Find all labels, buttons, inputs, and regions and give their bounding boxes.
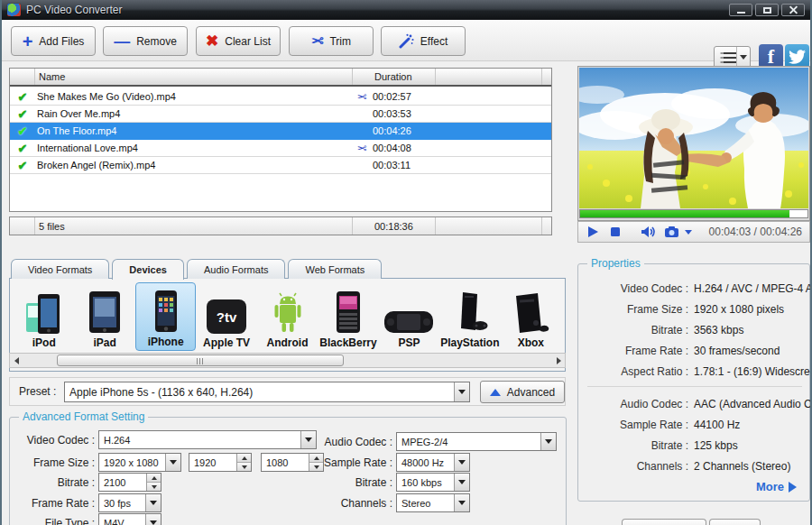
device-item-ipod[interactable]: iPod xyxy=(14,282,74,351)
spin-up-icon[interactable] xyxy=(237,454,251,463)
prop-value: 1.78:1 - (16:9) Widescreen xyxy=(694,365,812,378)
chevron-down-icon[interactable] xyxy=(145,494,161,511)
file-row[interactable]: ✔ Broken Angel (Remix).mp4 00:03:11 xyxy=(10,157,551,174)
arrow-up-icon xyxy=(490,389,501,396)
scroll-right-icon[interactable] xyxy=(552,354,565,367)
bottom-cut-button[interactable] xyxy=(622,519,706,525)
iphone-icon xyxy=(154,286,178,333)
bottom-cut-button[interactable] xyxy=(709,519,761,525)
advanced-button[interactable]: Advanced xyxy=(480,381,565,403)
frame-size-select[interactable]: 1920 x 1080 xyxy=(98,453,181,472)
seek-bar[interactable] xyxy=(579,209,808,218)
chevron-down-icon[interactable] xyxy=(454,382,469,401)
prop-value: 44100 Hz xyxy=(694,419,807,431)
audio-codec-select[interactable]: MPEG-2/4 xyxy=(396,432,557,451)
xbox-icon xyxy=(511,287,550,334)
channels-select[interactable]: Stereo xyxy=(396,493,470,512)
chevron-down-icon[interactable] xyxy=(540,433,556,450)
frame-rate-label: Frame Rate : xyxy=(17,497,95,510)
spin-down-icon[interactable] xyxy=(147,483,161,491)
chevron-down-icon[interactable] xyxy=(454,474,469,491)
minimize-button[interactable] xyxy=(729,4,752,16)
device-item-apple-tv[interactable]: ?tv Apple TV xyxy=(196,282,256,351)
file-name: Rain Over Me.mp4 xyxy=(35,108,353,119)
properties-title: Properties xyxy=(587,257,644,270)
device-item-android[interactable]: Android xyxy=(257,282,318,351)
file-duration: 00:03:53 xyxy=(371,108,411,119)
clear-list-button[interactable]: ✖ Clear List xyxy=(196,26,281,56)
list-view-icon xyxy=(715,47,737,68)
facebook-button[interactable]: f xyxy=(759,44,783,69)
device-item-iphone-selected[interactable]: iPhone xyxy=(135,282,197,351)
frame-rate-select[interactable]: 30 fps xyxy=(98,493,161,512)
stop-button[interactable] xyxy=(610,226,621,237)
file-type-select[interactable]: M4V xyxy=(98,513,161,525)
tab-web-formats[interactable]: Web Formats xyxy=(288,259,382,279)
title-bar[interactable]: PC Video Converter xyxy=(2,0,810,20)
remove-button[interactable]: — Remove xyxy=(103,26,188,56)
play-button[interactable] xyxy=(586,226,599,238)
more-link[interactable]: More xyxy=(756,480,797,493)
file-row[interactable]: ✔ International Love.mp4 ✂ 00:04:08 xyxy=(10,140,551,157)
twitter-button[interactable] xyxy=(785,44,809,69)
trim-button[interactable]: ✂ Trim xyxy=(289,26,374,56)
arrow-right-icon xyxy=(789,482,797,493)
minimize-icon xyxy=(737,12,745,14)
chevron-down-icon[interactable] xyxy=(300,431,316,448)
effect-button[interactable]: Effect xyxy=(381,26,466,56)
close-button[interactable] xyxy=(781,4,805,16)
file-row-selected[interactable]: ✔ On The Floor.mp4 00:04:26 xyxy=(10,123,551,140)
seek-progress xyxy=(580,210,789,217)
tab-video-formats[interactable]: Video Formats xyxy=(11,259,109,279)
prop-value: H.264 / AVC / MPEG-4 AVC / xyxy=(694,282,812,295)
advanced-label: Advanced xyxy=(507,386,555,399)
sample-rate-label: Sample Rate : xyxy=(317,456,392,469)
plus-icon: + xyxy=(23,35,33,48)
chevron-down-icon[interactable] xyxy=(454,454,469,471)
tab-audio-formats[interactable]: Audio Formats xyxy=(187,259,286,279)
snapshot-menu-icon[interactable] xyxy=(685,230,692,235)
playback-controls: 00:04:03 / 00:04:26 xyxy=(577,221,810,243)
maximize-button[interactable] xyxy=(755,4,779,16)
chevron-down-icon[interactable] xyxy=(145,514,161,525)
device-item-psp[interactable]: PSP xyxy=(379,282,439,351)
device-item-xbox[interactable]: Xbox xyxy=(501,282,561,351)
bitrate-label: Bitrate : xyxy=(17,476,95,489)
spin-down-icon[interactable] xyxy=(237,463,251,471)
add-files-button[interactable]: + Add Files xyxy=(11,26,96,56)
spin-up-icon[interactable] xyxy=(147,474,161,483)
scrollbar-thumb[interactable] xyxy=(57,355,344,366)
file-name: She Makes Me Go (Video).mp4 xyxy=(35,91,353,102)
device-item-playstation[interactable]: PlayStation xyxy=(439,282,500,351)
frame-height-stepper[interactable]: 1080 xyxy=(261,453,324,472)
video-preview[interactable] xyxy=(577,66,810,221)
audio-bitrate-select[interactable]: 160 kbps xyxy=(396,473,470,492)
preset-select[interactable]: Apple iPhone 5s - (1136 x 640, H.264) xyxy=(64,382,470,402)
red-x-icon: ✖ xyxy=(206,32,218,51)
device-item-blackberry[interactable]: BlackBerry xyxy=(318,282,378,351)
prop-label: Bitrate : xyxy=(582,324,688,336)
frame-width-stepper[interactable]: 1920 xyxy=(189,453,252,472)
tab-devices[interactable]: Devices xyxy=(112,259,184,280)
file-count: 5 files xyxy=(39,221,65,232)
ipod-icon xyxy=(24,287,64,334)
chevron-down-icon[interactable] xyxy=(454,494,469,511)
file-row[interactable]: ✔ Rain Over Me.mp4 00:03:53 xyxy=(10,106,551,123)
device-item-ipad[interactable]: iPad xyxy=(74,282,134,351)
device-scrollbar[interactable] xyxy=(9,353,566,368)
trim-scissors-icon: ✂ xyxy=(353,90,371,104)
chevron-down-icon[interactable] xyxy=(165,454,180,471)
file-list-footer: 5 files 00:18:36 xyxy=(9,216,552,235)
advanced-group-title: Advanced Format Setting xyxy=(19,410,148,423)
bitrate-stepper[interactable]: 2100 xyxy=(98,473,161,492)
prop-value: 1920 x 1080 pixels xyxy=(694,303,807,316)
file-row[interactable]: ✔ She Makes Me Go (Video).mp4 ✂ 00:02:57 xyxy=(10,88,551,106)
audio-codec-label: Audio Codec : xyxy=(317,436,392,448)
video-codec-select[interactable]: H.264 xyxy=(98,430,317,449)
sample-rate-select[interactable]: 48000 Hz xyxy=(396,453,470,472)
scroll-left-icon[interactable] xyxy=(10,354,23,367)
file-list-header[interactable]: Name Duration xyxy=(10,69,551,87)
prop-label: Video Codec : xyxy=(582,282,688,295)
snapshot-button[interactable] xyxy=(664,226,679,238)
volume-button[interactable] xyxy=(641,226,655,238)
